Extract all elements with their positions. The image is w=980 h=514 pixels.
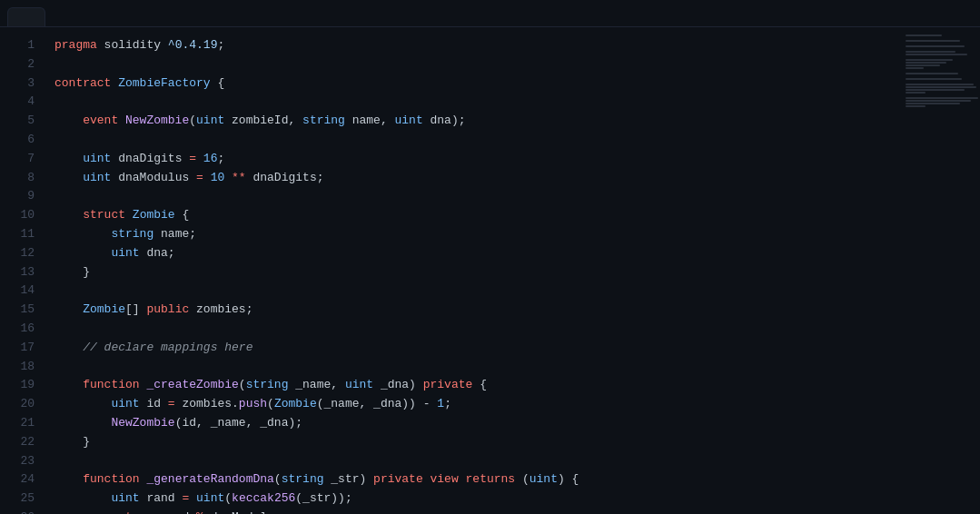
token: Zombie <box>54 302 125 316</box>
token: ; <box>246 302 253 316</box>
token: private <box>373 472 430 486</box>
contract-tab[interactable] <box>7 7 45 26</box>
token: function <box>54 378 146 391</box>
token: ; <box>295 416 302 430</box>
token: zombieId, <box>232 114 302 127</box>
line-number: 6 <box>0 131 45 150</box>
code-line <box>54 55 898 74</box>
token: { <box>480 378 487 391</box>
token: uint <box>54 152 118 165</box>
line-number: 13 <box>0 263 45 282</box>
token: pragma <box>54 38 104 52</box>
minimap-line <box>906 86 976 88</box>
code-line <box>54 282 898 301</box>
minimap-line <box>906 51 955 53</box>
token: _createZombie <box>146 378 238 391</box>
token: _generateRandomDna <box>146 472 273 486</box>
token: returns <box>466 472 522 486</box>
token: = <box>189 152 203 165</box>
line-number: 9 <box>0 187 45 206</box>
token: string <box>282 472 332 486</box>
token: uint <box>54 246 146 260</box>
line-number: 11 <box>0 225 45 244</box>
token: ; <box>189 227 196 241</box>
token: dnaDigits <box>252 171 316 184</box>
token: ); <box>451 114 466 127</box>
code-line <box>54 320 898 339</box>
code-line <box>54 93 898 112</box>
token: ^0.4.19 <box>168 38 218 52</box>
token: _str) <box>331 472 373 486</box>
token: event <box>54 114 125 127</box>
token: Zombie <box>274 397 317 410</box>
token: (_str)) <box>295 491 345 505</box>
minimap-line <box>906 89 965 91</box>
code-line: return rand % dnaModulus; <box>54 509 898 514</box>
code-line: function _generateRandomDna(string _str)… <box>54 470 898 489</box>
code-line: pragma solidity ^0.4.19; <box>54 36 898 55</box>
token: uint <box>196 491 224 505</box>
minimap-line <box>906 103 960 104</box>
token: ; <box>217 38 224 52</box>
code-line: uint dna; <box>54 244 898 263</box>
token: dnaModulus <box>211 510 282 514</box>
token: Zombie <box>133 208 183 222</box>
token: = <box>182 491 196 505</box>
token: uint <box>54 491 146 505</box>
line-numbers: 1234567891011121314151617181920212223242… <box>0 27 45 514</box>
code-content[interactable]: pragma solidity ^0.4.19; contract Zombie… <box>45 27 898 514</box>
token: ( <box>239 378 246 391</box>
minimap-line <box>906 45 965 47</box>
minimap <box>898 27 980 514</box>
token: ; <box>317 171 324 184</box>
line-number: 25 <box>0 489 45 509</box>
minimap-line <box>906 92 926 94</box>
minimap-line <box>906 37 969 39</box>
minimap-line <box>906 97 978 99</box>
token: string <box>246 378 296 391</box>
line-number: 16 <box>0 320 45 339</box>
code-line: uint rand = uint(keccak256(_str)); <box>54 489 898 509</box>
token: 16 <box>203 152 218 165</box>
editor-container: 1234567891011121314151617181920212223242… <box>0 0 980 514</box>
line-number: 17 <box>0 339 45 358</box>
minimap-line <box>906 73 958 74</box>
minimap-line <box>906 62 946 64</box>
line-number: 22 <box>0 433 45 452</box>
code-area: 1234567891011121314151617181920212223242… <box>0 27 980 514</box>
token: uint <box>530 472 558 486</box>
code-line: } <box>54 263 898 282</box>
line-number: 24 <box>0 470 45 489</box>
token: rand <box>161 510 196 514</box>
token: uint <box>54 397 146 410</box>
token: [] <box>125 302 146 316</box>
code-line: event NewZombie(uint zombieId, string na… <box>54 112 898 131</box>
token: } <box>54 265 90 279</box>
token: // declare mappings here <box>54 341 252 354</box>
token: % <box>196 510 211 514</box>
line-number: 7 <box>0 150 45 169</box>
token: dnaDigits <box>118 152 189 165</box>
token: push <box>239 397 267 410</box>
token: (_name, _dna)) - <box>317 397 438 410</box>
code-line: struct Zombie { <box>54 206 898 225</box>
token: ( <box>274 472 282 486</box>
minimap-line <box>906 54 967 55</box>
code-line <box>54 187 898 206</box>
code-line: Zombie[] public zombies; <box>54 301 898 320</box>
token: NewZombie <box>54 416 175 430</box>
token: zombies <box>196 302 246 316</box>
code-line: NewZombie(id, _name, _dna); <box>54 414 898 433</box>
line-number: 1 <box>0 36 45 55</box>
token: = <box>196 171 211 184</box>
token: uint <box>395 114 431 127</box>
token: dna <box>431 114 451 127</box>
minimap-line <box>906 67 924 69</box>
token: ( <box>189 114 196 127</box>
token: uint <box>345 378 381 391</box>
token: struct <box>54 208 133 222</box>
code-line: // declare mappings here <box>54 339 898 358</box>
token: dna <box>146 246 167 260</box>
token: id <box>146 397 167 410</box>
token: . <box>232 397 239 410</box>
